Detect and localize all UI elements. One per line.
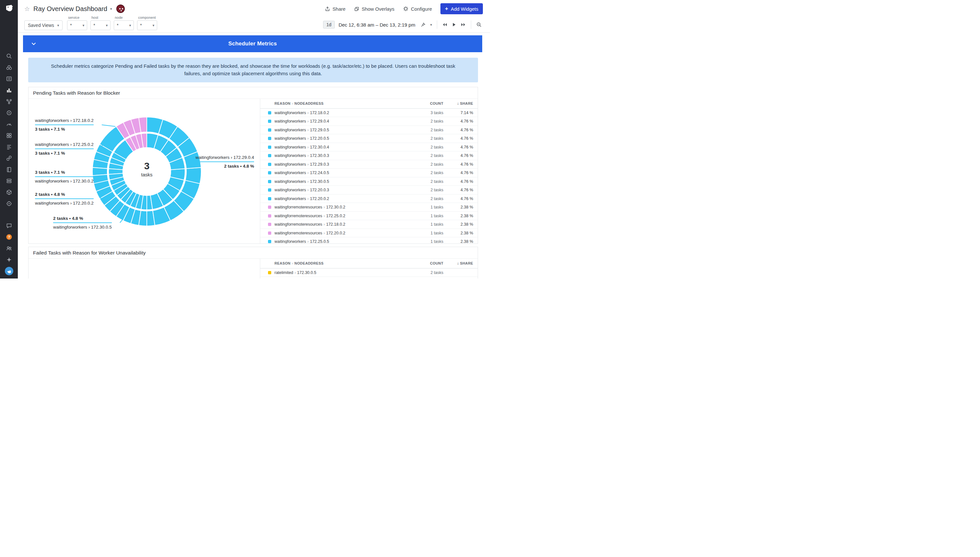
table-row[interactable]: waitingforworkers›172.30.0.4 2 tasks 4.7…	[260, 143, 478, 152]
series-color-swatch	[268, 223, 271, 226]
infrastructure-list-icon[interactable]	[3, 73, 15, 84]
ci-pipelines-icon[interactable]	[3, 175, 15, 186]
table-row[interactable]: waitingforremoteresources›172.30.0.2 1 t…	[260, 203, 478, 212]
table-row[interactable]: waitingforworkers›172.18.0.2 3 tasks 7.1…	[260, 109, 478, 117]
show-overlays-button[interactable]: Show Overlays	[354, 6, 394, 12]
chevron-down-icon: ▾	[83, 23, 85, 28]
time-skip-back-icon[interactable]	[440, 22, 450, 27]
time-chevron-down-icon[interactable]: ▾	[428, 23, 434, 27]
user-avatar[interactable]	[3, 265, 15, 277]
security-icon[interactable]	[3, 198, 15, 209]
software-cube-icon[interactable]	[3, 186, 15, 198]
template-variable-label: node	[115, 16, 134, 20]
series-color-swatch	[268, 146, 271, 149]
feedback-chat-icon[interactable]	[3, 220, 15, 231]
chevron-down-icon: ▾	[106, 23, 108, 28]
integrations-icon[interactable]	[3, 130, 15, 141]
pending-tasks-table: REASON›NODEADDRESS COUNT ↓SHARE waitingf…	[260, 99, 478, 243]
series-color-swatch	[268, 163, 271, 166]
ai-sparkle-icon[interactable]	[3, 254, 15, 265]
apm-link-icon[interactable]	[3, 152, 15, 164]
failed-tasks-widget: Failed Tasks with Reason for Worker Unav…	[28, 247, 478, 278]
dashboard-avatar[interactable]	[116, 5, 125, 13]
organization-users-icon[interactable]	[3, 243, 15, 254]
template-variable-select[interactable]: * ▾	[137, 20, 157, 30]
failed-chart-panel	[29, 259, 260, 278]
table-row[interactable]: waitingforremoteresources›172.18.0.2 1 t…	[260, 220, 478, 229]
dashboard-title: Ray Overview Dashboard	[33, 5, 107, 13]
time-preset-chip[interactable]: 1d	[323, 21, 335, 29]
table-row[interactable]: waitingforremoteresources›172.20.0.2 1 t…	[260, 229, 478, 238]
pin-time-icon[interactable]	[418, 22, 428, 27]
series-color-swatch	[268, 271, 271, 274]
series-color-swatch	[268, 137, 271, 140]
plus-icon: +	[445, 5, 448, 12]
widget-title: Pending Tasks with Reason for Blocker	[29, 87, 478, 99]
series-color-swatch	[268, 205, 271, 209]
series-color-swatch	[268, 214, 271, 218]
svg-text:?: ?	[8, 235, 10, 239]
saved-views-button[interactable]: Saved Views ▾	[24, 20, 63, 30]
configure-button[interactable]: Configure	[403, 6, 432, 12]
table-row[interactable]: waitingforremoteresources›172.25.0.2 1 t…	[260, 212, 478, 220]
failed-tasks-table: REASON›NODEADDRESS COUNT ↓SHARE ratelimi…	[260, 259, 478, 278]
chart-callout: waitingforworkers › 172.25.0.2 3 tasks •…	[35, 142, 94, 156]
table-row[interactable]: waitingforworkers›172.20.0.5 2 tasks 4.7…	[260, 134, 478, 143]
group-header-scheduler-metrics[interactable]: Scheduler Metrics	[23, 35, 482, 52]
monitors-gauge-icon[interactable]	[3, 118, 15, 130]
chevron-down-icon: ▾	[129, 23, 131, 28]
notebooks-icon[interactable]	[3, 164, 15, 175]
template-variable-label: service	[68, 16, 87, 20]
template-variable: node * ▾	[114, 16, 134, 30]
column-header-count[interactable]: COUNT	[411, 101, 443, 105]
table-row[interactable]: waitingforworkers›172.30.0.3 2 tasks 4.7…	[260, 151, 478, 160]
table-row[interactable]: waitingforworkers›172.29.0.4 2 tasks 4.7…	[260, 117, 478, 126]
widget-title: Failed Tasks with Reason for Worker Unav…	[29, 247, 478, 259]
table-row[interactable]: waitingforworkers›172.20.0.3 2 tasks 4.7…	[260, 186, 478, 194]
search-icon[interactable]	[3, 50, 15, 62]
donut-center-label: 3 tasks	[127, 161, 166, 178]
share-icon	[325, 6, 330, 12]
logs-icon[interactable]	[3, 141, 15, 152]
zoom-out-icon[interactable]	[474, 22, 484, 28]
group-title: Scheduler Metrics	[229, 41, 277, 47]
favorite-star-icon[interactable]: ☆	[24, 5, 30, 13]
chart-callout: 3 tasks • 7.1 % waitingforworkers › 172.…	[35, 169, 94, 184]
time-range-text[interactable]: Dec 12, 6:38 am – Dec 13, 2:19 pm	[339, 22, 416, 28]
collapse-chevron-icon[interactable]	[30, 40, 37, 49]
synthetics-icon[interactable]	[3, 107, 15, 118]
template-variable-select[interactable]: * ▾	[90, 20, 111, 30]
chart-callout: waitingforworkers › 172.29.0.4 2 tasks •…	[195, 155, 254, 169]
template-variable: service * ▾	[67, 16, 87, 30]
table-row[interactable]: waitingforworkers›172.29.0.3 2 tasks 4.7…	[260, 160, 478, 169]
table-row[interactable]: ratelimited›172.30.0.5 2 tasks	[260, 269, 478, 277]
table-row[interactable]: waitingforworkers›172.20.0.2 2 tasks 4.7…	[260, 194, 478, 203]
template-variable-select[interactable]: * ▾	[67, 20, 87, 30]
table-row[interactable]: waitingforworkers›172.30.0.5 2 tasks 4.7…	[260, 178, 478, 186]
share-button[interactable]: Share	[325, 6, 345, 12]
time-skip-forward-icon[interactable]	[458, 22, 468, 27]
series-color-swatch	[268, 197, 271, 200]
explore-binoculars-icon[interactable]	[3, 62, 15, 73]
service-map-icon[interactable]	[3, 96, 15, 107]
table-row[interactable]: waitingforworkers›172.29.0.5 2 tasks 4.7…	[260, 126, 478, 135]
column-header-reason[interactable]: REASON›NODEADDRESS	[275, 101, 411, 105]
add-widgets-button[interactable]: + Add Widgets	[440, 3, 483, 14]
series-color-swatch	[268, 231, 271, 235]
table-row[interactable]: waitingforworkers›172.25.0.5 1 tasks 2.3…	[260, 237, 478, 243]
column-header-reason[interactable]: REASON›NODEADDRESS	[275, 261, 411, 265]
column-header-share[interactable]: ↓SHARE	[443, 261, 473, 265]
column-header-count[interactable]: COUNT	[411, 261, 443, 265]
dashboards-icon[interactable]	[3, 84, 15, 96]
time-play-icon[interactable]	[450, 22, 458, 27]
datadog-logo[interactable]	[3, 3, 15, 14]
help-icon[interactable]: ?	[3, 231, 15, 243]
pending-tasks-widget: Pending Tasks with Reason for Blocker 3 …	[28, 87, 478, 244]
template-variable-select[interactable]: * ▾	[114, 20, 134, 30]
app-sidebar: ?	[0, 0, 18, 278]
chart-callout: 2 tasks • 4.8 % waitingforworkers › 172.…	[53, 216, 112, 230]
gear-icon	[403, 6, 409, 12]
column-header-share[interactable]: ↓SHARE	[443, 101, 473, 106]
table-row[interactable]: waitingforworkers›172.24.0.5 2 tasks 4.7…	[260, 169, 478, 178]
title-chevron-down-icon[interactable]: ▾	[110, 7, 112, 11]
